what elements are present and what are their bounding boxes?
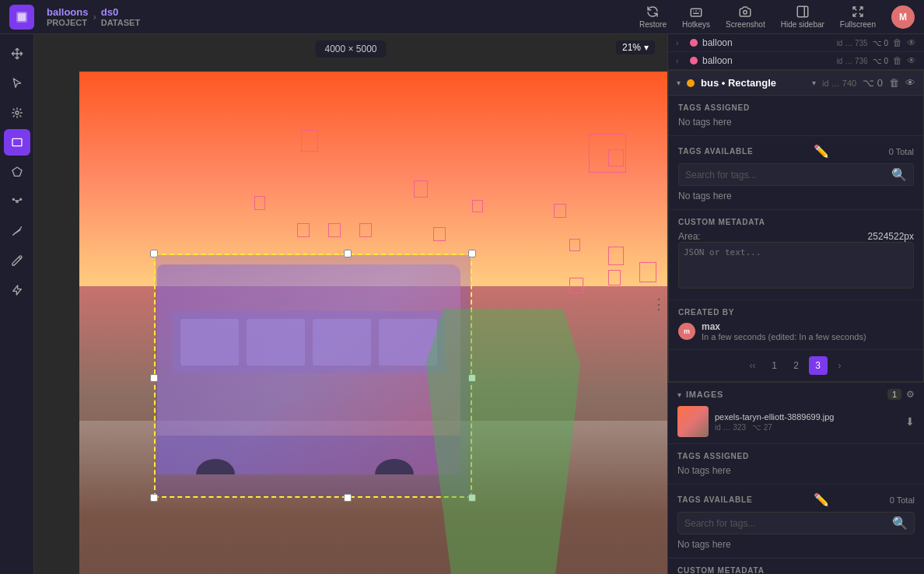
selected-annotation-panel: ▾ bus • Rectangle ▾ id … 740 ⌥ 0 🗑 👁 TAG…	[668, 70, 924, 383]
svg-rect-2	[691, 9, 702, 16]
image-tags-available-header: TAGS AVAILABLE ✏️ 0 Total	[677, 492, 915, 507]
created-by-section: CREATED BY m max In a few seconds (edite…	[669, 300, 923, 350]
user-avatar[interactable]: M	[891, 5, 915, 29]
edit-tags-icon[interactable]: ✏️	[814, 144, 829, 159]
canvas-dimensions: 4000 × 5000	[324, 44, 376, 54]
hide-sidebar-tool[interactable]: Hide sidebar	[781, 5, 824, 29]
creator-time: In a few seconds (edited: In a few secon…	[702, 332, 866, 341]
creator-details: max In a few seconds (edited: In a few s…	[702, 321, 866, 341]
class-color-dot	[690, 57, 698, 65]
annotation-id: id … 736	[837, 57, 868, 65]
delete-icon[interactable]: 🗑	[893, 37, 902, 48]
smart-tool[interactable]	[4, 277, 30, 303]
image-tags-search-input[interactable]	[684, 518, 887, 529]
class-dropdown-icon[interactable]: ▾	[812, 79, 816, 87]
image-item[interactable]: pexels-taryn-elliott-3889699.jpg id … 32…	[677, 406, 915, 437]
restore-tool[interactable]: Restore	[639, 5, 667, 29]
tags-search-input[interactable]	[685, 170, 887, 180]
image-tags-assigned-section: TAGS ASSIGNED No tags here	[668, 444, 924, 485]
search-icon: 🔍	[891, 167, 907, 182]
area-label: Area:	[678, 231, 701, 242]
area-value: 2524522px	[868, 231, 914, 242]
screenshot-tool[interactable]: Screenshot	[726, 5, 765, 29]
canvas-area[interactable]: 4000 × 5000 21% ▾	[34, 34, 667, 574]
zoom-value: 21%	[622, 42, 641, 53]
image-tags-available-count: 0 Total	[890, 495, 915, 505]
polygon-tool[interactable]	[4, 159, 30, 185]
keypoint-tool[interactable]	[4, 188, 30, 215]
zoom-control[interactable]: 21% ▾	[616, 40, 655, 54]
tags-search-box[interactable]: 🔍	[678, 163, 914, 186]
images-collapse-icon[interactable]: ▾	[677, 390, 681, 399]
images-section-header: ▾ IMAGES 1 ⚙	[677, 389, 915, 400]
annotation-actions: 🗑 👁	[893, 55, 916, 66]
drag-handle[interactable]: ⋮	[652, 296, 666, 313]
hotkeys-tool[interactable]: Hotkeys	[682, 5, 710, 29]
dataset-sub: DATASET	[101, 18, 140, 27]
breadcrumb: balloons PROJECT › ds0 DATASET	[47, 6, 140, 27]
canvas-info: 4000 × 5000	[315, 40, 386, 58]
created-by-title: CREATED BY	[678, 308, 914, 317]
creator-info: m max In a few seconds (edited: In a few…	[678, 321, 914, 341]
image-custom-metadata-section: CUSTOM METADATA	[668, 558, 924, 574]
panel-expand-icon[interactable]: ▾	[677, 79, 681, 87]
visibility-toggle-button[interactable]: 👁	[905, 77, 915, 89]
tags-available-header: TAGS AVAILABLE ✏️ 0 Total	[678, 144, 914, 159]
pagination-page-1[interactable]: 1	[765, 356, 784, 375]
annotation-count-icon: ⌥ 27	[752, 423, 772, 432]
canvas-image	[79, 72, 667, 574]
visibility-icon[interactable]: 👁	[907, 37, 916, 48]
comment-count-badge: ⌥ 0	[863, 77, 883, 89]
fullscreen-tool[interactable]: Fullscreen	[840, 5, 876, 29]
svg-rect-6	[12, 138, 22, 145]
image-id: id … 323	[715, 423, 746, 432]
delete-icon[interactable]: 🗑	[893, 55, 902, 66]
svg-rect-1	[18, 13, 26, 21]
project-name: balloons	[47, 6, 88, 18]
tags-available-section: TAGS AVAILABLE ✏️ 0 Total 🔍 No tags here	[669, 136, 923, 210]
logo[interactable]	[9, 5, 34, 30]
json-metadata-input[interactable]	[678, 242, 914, 289]
pagination-next[interactable]: ›	[831, 356, 849, 375]
annotation-item-735[interactable]: › balloon id … 735 ⌥ 0 🗑 👁	[668, 34, 924, 52]
annotation-status-dot	[687, 79, 695, 87]
edit-image-tags-icon[interactable]: ✏️	[814, 492, 829, 507]
image-filename: pexels-taryn-elliott-3889699.jpg	[715, 412, 899, 422]
annotation-label: balloon	[702, 55, 832, 66]
select-tool[interactable]	[4, 70, 30, 96]
svg-marker-7	[12, 167, 22, 176]
images-count: 1	[887, 389, 901, 400]
delete-annotation-button[interactable]: 🗑	[889, 77, 899, 89]
expand-icon: ›	[676, 39, 685, 47]
annotation-id: id … 735	[837, 39, 868, 47]
image-tags-search-box[interactable]: 🔍	[677, 512, 915, 534]
project-sub: PROJECT	[47, 18, 88, 27]
dataset-link[interactable]: ds0 DATASET	[101, 6, 140, 27]
right-sidebar: › balloon id … 735 ⌥ 0 🗑 👁 › balloon id …	[667, 34, 924, 574]
left-sidebar	[0, 34, 34, 574]
project-link[interactable]: balloons PROJECT	[47, 6, 88, 27]
class-color-dot	[690, 39, 698, 47]
image-tags-available-section: TAGS AVAILABLE ✏️ 0 Total 🔍 No tags here	[668, 485, 924, 558]
image-thumbnail	[677, 406, 709, 437]
pagination-prev[interactable]: ‹‹	[744, 356, 762, 375]
pen-tool[interactable]	[4, 247, 30, 274]
image-tags-available-title: TAGS AVAILABLE	[677, 495, 752, 504]
tags-available-empty: No tags here	[678, 191, 914, 201]
annotation-item-736[interactable]: › balloon id … 736 ⌥ 0 🗑 👁	[668, 52, 924, 70]
images-filter-icon[interactable]: ⚙	[906, 389, 915, 400]
move-tool[interactable]	[4, 40, 30, 67]
ai-tool[interactable]	[4, 100, 30, 126]
rectangle-tool[interactable]	[4, 129, 30, 156]
tags-available-title: TAGS AVAILABLE	[678, 147, 753, 156]
tags-assigned-title: TAGS ASSIGNED	[678, 103, 914, 112]
visibility-icon[interactable]: 👁	[907, 55, 916, 66]
images-section: ▾ IMAGES 1 ⚙ pexels-taryn-elliott-388969…	[668, 383, 924, 444]
brush-tool[interactable]	[4, 218, 30, 244]
image-custom-metadata-title: CUSTOM METADATA	[677, 566, 915, 574]
main-area: 4000 × 5000 21% ▾	[0, 34, 924, 574]
image-download-icon[interactable]: ⬇	[905, 415, 915, 428]
pagination-page-3[interactable]: 3	[809, 356, 828, 375]
image-search-icon: 🔍	[892, 516, 908, 530]
pagination-page-2[interactable]: 2	[787, 356, 806, 375]
